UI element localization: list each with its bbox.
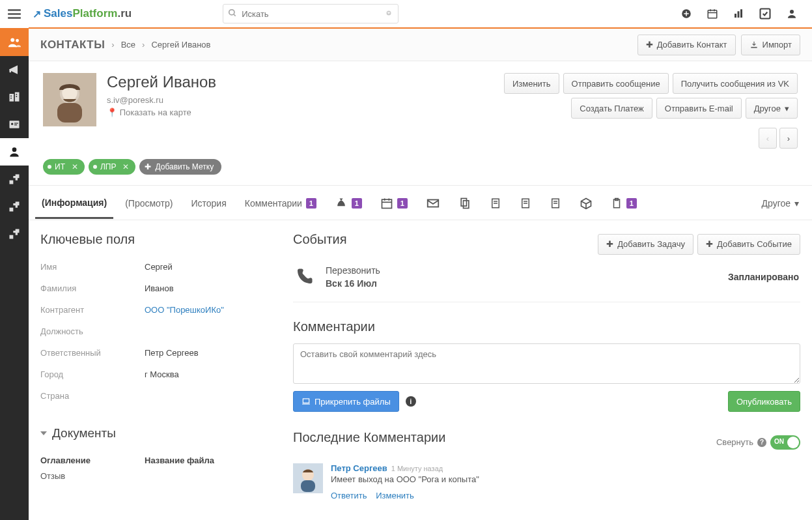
- svg-rect-29: [10, 235, 14, 239]
- calendar-icon[interactable]: [707, 8, 718, 20]
- svg-rect-4: [708, 10, 717, 18]
- keyfield-value: Сергей: [145, 262, 173, 272]
- docs-col1-value[interactable]: Отзыв: [40, 471, 145, 481]
- recent-comment-item: Петр Сергеев1 Минуту назад Имеет выход н…: [293, 463, 800, 500]
- keyfield-row: Городг Москва: [40, 364, 281, 385]
- event-status: Запланировано: [728, 272, 799, 282]
- search-dropdown-icon[interactable]: [384, 8, 393, 18]
- add-contact-button[interactable]: ✚Добавить Контакт: [637, 35, 736, 55]
- info-icon[interactable]: i: [406, 396, 416, 407]
- tab-other[interactable]: Другое ▾: [755, 188, 805, 218]
- keyfield-value: Иванов: [145, 283, 174, 293]
- keyfield-label: Страна: [40, 391, 145, 401]
- svg-rect-40: [461, 199, 466, 207]
- calendar-icon: [380, 197, 393, 210]
- comment-author[interactable]: Петр Сергеев: [331, 463, 387, 473]
- contact-email[interactable]: s.iv@poresk.ru: [107, 95, 216, 105]
- reports-icon[interactable]: [733, 8, 744, 20]
- user-icon[interactable]: [786, 8, 798, 20]
- svg-rect-18: [10, 96, 12, 97]
- tab-view[interactable]: (Просмотр): [119, 188, 179, 218]
- svg-point-0: [229, 10, 234, 15]
- send-email-button[interactable]: Отправить E-mail: [656, 98, 742, 119]
- svg-rect-41: [463, 201, 468, 209]
- svg-rect-24: [14, 123, 18, 124]
- keyfield-value[interactable]: ООО "ПорешкоИКо": [145, 305, 224, 315]
- recent-comments-title: Последние Комментарии: [293, 430, 716, 445]
- tag-it[interactable]: ИТ✕: [43, 159, 85, 175]
- add-task-button[interactable]: ✚Добавить Задачу: [598, 234, 693, 255]
- tab-page2[interactable]: [513, 186, 538, 219]
- keyfield-row: ФамилияИванов: [40, 278, 281, 299]
- other-actions-button[interactable]: Другое ▾: [746, 98, 798, 119]
- sidebar-item-contacts-group[interactable]: [0, 29, 29, 56]
- remove-tag-icon[interactable]: ✕: [122, 162, 129, 171]
- help-icon[interactable]: ?: [757, 438, 766, 447]
- tab-comments[interactable]: Комментарии1: [238, 188, 323, 218]
- comment-input[interactable]: [293, 343, 800, 384]
- svg-point-14: [16, 39, 19, 42]
- sidebar-item-organizations[interactable]: [0, 83, 29, 111]
- module-title: КОНТАКТЫ: [40, 38, 105, 51]
- sidebar-item-ext3[interactable]: [0, 220, 29, 248]
- tab-money[interactable]: 1: [328, 186, 369, 219]
- sidebar-item-contact-active[interactable]: [0, 138, 29, 166]
- crumb-all[interactable]: Все: [121, 40, 135, 50]
- tab-mail[interactable]: [419, 186, 447, 220]
- svg-rect-20: [16, 94, 18, 95]
- comment-avatar: [293, 463, 323, 493]
- create-payment-button[interactable]: Создать Платеж: [571, 98, 652, 119]
- remove-tag-icon[interactable]: ✕: [72, 162, 78, 171]
- svg-rect-19: [10, 98, 12, 99]
- import-button[interactable]: Импорт: [741, 35, 800, 55]
- show-on-map[interactable]: 📍 Показать на карте: [107, 108, 216, 117]
- edit-comment-link[interactable]: Изменить: [376, 491, 414, 500]
- collapse-label: Свернуть: [716, 437, 753, 447]
- get-vk-button[interactable]: Получить сообщения из VK: [673, 73, 798, 94]
- publish-button[interactable]: Опубликовать: [728, 391, 800, 412]
- svg-rect-15: [10, 69, 12, 72]
- tab-clipboard[interactable]: 1: [604, 186, 643, 219]
- sidebar-item-cards[interactable]: [0, 111, 29, 138]
- box-icon: [580, 197, 593, 210]
- sidebar-item-ext2[interactable]: [0, 193, 29, 220]
- logo[interactable]: ↗ SalesPlatform.ru: [33, 7, 132, 20]
- tab-page1[interactable]: [483, 186, 508, 219]
- tab-info[interactable]: (Информация): [35, 187, 113, 219]
- tasks-icon[interactable]: [759, 7, 772, 20]
- add-icon[interactable]: [680, 8, 692, 20]
- next-record-button[interactable]: ›: [779, 128, 798, 149]
- edit-button[interactable]: Изменить: [504, 73, 559, 94]
- tab-box[interactable]: [573, 186, 599, 219]
- tag-lpr[interactable]: ЛПР✕: [89, 159, 136, 175]
- keyfield-label: Фамилия: [40, 283, 145, 293]
- svg-rect-57: [301, 480, 315, 492]
- sidebar-item-ext1[interactable]: [0, 166, 29, 193]
- menu-toggle[interactable]: [0, 0, 29, 28]
- tab-page3[interactable]: [543, 186, 568, 219]
- sidebar-item-campaigns[interactable]: [0, 56, 29, 83]
- plus-icon: ✚: [646, 40, 653, 50]
- tab-history[interactable]: История: [184, 188, 232, 218]
- comment-message: Имеет выход на ООО "Рога и копыта": [331, 474, 479, 484]
- prev-record-button: ‹: [759, 128, 777, 149]
- svg-rect-25: [14, 124, 17, 125]
- add-event-button[interactable]: ✚Добавить Событие: [697, 234, 800, 255]
- keyfield-label: Ответственный: [40, 348, 145, 358]
- plus-icon: ✚: [606, 239, 613, 249]
- caret-down-icon: ▾: [785, 104, 789, 113]
- attach-files-button[interactable]: Прикрепить файлы: [293, 391, 399, 412]
- add-tag-button[interactable]: ✚Добавить Метку: [139, 159, 221, 175]
- tab-docs[interactable]: [452, 186, 478, 219]
- keyfield-value: Петр Сергеев: [145, 348, 199, 358]
- collapse-toggle[interactable]: ON: [770, 435, 800, 450]
- send-message-button[interactable]: Отправить сообщение: [563, 73, 669, 94]
- reply-link[interactable]: Ответить: [331, 491, 367, 500]
- svg-point-23: [11, 123, 13, 125]
- svg-rect-8: [735, 14, 736, 18]
- event-text: Перезвонить: [326, 265, 380, 276]
- event-item[interactable]: Перезвонить Вск 16 Июл Запланировано: [293, 256, 800, 302]
- tab-calendar[interactable]: 1: [374, 186, 414, 219]
- caret-down-icon[interactable]: [40, 431, 47, 435]
- search-input[interactable]: [223, 4, 399, 23]
